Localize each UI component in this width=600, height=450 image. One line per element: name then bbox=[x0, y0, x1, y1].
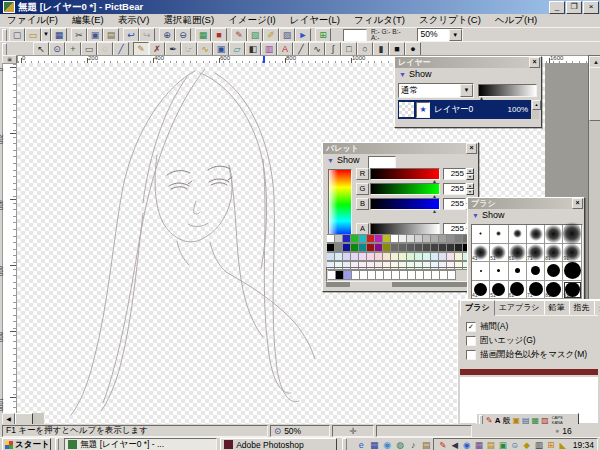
color-swatch[interactable] bbox=[383, 243, 391, 252]
gradient-tool[interactable]: ▥ bbox=[261, 42, 277, 56]
brush-cell-91[interactable]: 91 bbox=[563, 244, 581, 263]
chevron-down-icon[interactable]: ▼ bbox=[449, 29, 462, 41]
color-swatch[interactable] bbox=[359, 252, 367, 261]
layer-opacity-slider[interactable] bbox=[478, 84, 537, 97]
color-swatch[interactable] bbox=[415, 252, 423, 261]
zoom-tool[interactable]: ⊙ bbox=[49, 42, 65, 56]
brush-cell-71[interactable]: 71 bbox=[527, 244, 545, 263]
color-swatch[interactable] bbox=[447, 234, 455, 243]
color-swatch[interactable] bbox=[399, 243, 407, 252]
palette-scroll-thumb[interactable] bbox=[350, 282, 392, 287]
brush-cell[interactable] bbox=[490, 225, 508, 244]
line-tool[interactable]: ╱ bbox=[293, 42, 309, 56]
brush-tool[interactable]: ✎ bbox=[133, 42, 149, 56]
select-tool[interactable]: ↖ bbox=[33, 42, 49, 56]
horizontal-scroll-thumb[interactable] bbox=[15, 413, 33, 424]
spin-down-icon[interactable]: ▼ bbox=[466, 174, 474, 180]
move-tool[interactable]: + bbox=[65, 42, 81, 56]
zoom-out-button[interactable]: ⊖ bbox=[175, 28, 191, 42]
navigator-button[interactable]: ► bbox=[295, 28, 311, 42]
brush-palette-titlebar[interactable]: ブラシ × bbox=[468, 198, 584, 209]
menu-filter[interactable]: フィルタ(T) bbox=[347, 14, 412, 27]
ime-conversion-mode[interactable]: 般 bbox=[502, 415, 510, 424]
color-swatch[interactable] bbox=[327, 243, 335, 252]
color-swatch[interactable] bbox=[407, 243, 415, 252]
horizontal-scrollbar[interactable]: ◀ bbox=[2, 413, 44, 424]
brush-cell[interactable] bbox=[527, 262, 545, 281]
user-icon[interactable]: ☺ bbox=[509, 440, 521, 450]
network-icon[interactable]: ◉ bbox=[461, 440, 473, 450]
color-swatch[interactable] bbox=[383, 252, 391, 261]
custom-color-swatch[interactable] bbox=[336, 270, 344, 280]
maximize-button[interactable]: ❐ bbox=[566, 1, 582, 14]
chevron-down-icon[interactable]: ▼ bbox=[460, 84, 473, 97]
undo-button[interactable]: ↩ bbox=[123, 28, 139, 42]
color-swatch[interactable] bbox=[359, 234, 367, 243]
brush-cell-81[interactable]: 81 bbox=[545, 244, 563, 263]
brush-panel-button[interactable]: ▨ bbox=[279, 28, 295, 42]
ime-kana-label[interactable]: KANA bbox=[552, 421, 563, 425]
close-icon[interactable]: × bbox=[572, 198, 583, 209]
volume-icon[interactable]: ◀ bbox=[449, 440, 461, 450]
cut-button[interactable]: ✂ bbox=[71, 28, 87, 42]
custom-color-swatch[interactable] bbox=[384, 270, 392, 280]
ellipse-tool[interactable]: ○ bbox=[357, 42, 373, 56]
ime-pen-icon[interactable]: ✎ bbox=[486, 416, 493, 424]
tab-3[interactable]: 鉛筆 bbox=[544, 300, 570, 315]
brush-cell[interactable] bbox=[527, 225, 545, 244]
blend-mode-select[interactable]: 通常 ▼ bbox=[398, 83, 474, 98]
color-swatch[interactable] bbox=[351, 243, 359, 252]
menu-file[interactable]: ファイル(F) bbox=[0, 14, 65, 27]
custom-color-swatch[interactable] bbox=[368, 270, 376, 280]
layer-list-scrollbar[interactable]: ▲ bbox=[532, 100, 539, 119]
filled-ellipse-tool[interactable]: ● bbox=[405, 42, 421, 56]
media-player-icon[interactable]: ♪ bbox=[407, 440, 420, 450]
color-swatch[interactable] bbox=[343, 252, 351, 261]
menu-script[interactable]: スクリプト(C) bbox=[412, 14, 488, 27]
channel-value[interactable]: 255 bbox=[443, 168, 466, 180]
menu-image[interactable]: イメージ(I) bbox=[221, 14, 283, 27]
open-button[interactable]: ▭ bbox=[25, 28, 41, 42]
redo-button[interactable]: ↪ bbox=[139, 28, 155, 42]
color-swatch[interactable] bbox=[367, 243, 375, 252]
color-swatch[interactable] bbox=[431, 243, 439, 252]
custom-color-swatch[interactable] bbox=[376, 270, 384, 280]
dropper-tool[interactable]: ╱ bbox=[113, 42, 129, 56]
color-palette-titlebar[interactable]: パレット × bbox=[323, 143, 478, 154]
outlook-express-icon[interactable]: ◉ bbox=[381, 440, 394, 450]
color-swatch[interactable] bbox=[455, 234, 463, 243]
custom-color-swatch[interactable] bbox=[424, 270, 432, 280]
menu-help[interactable]: ヘルプ(H) bbox=[488, 14, 544, 27]
layer-panel-button[interactable]: ▧ bbox=[247, 28, 263, 42]
brush-cell[interactable] bbox=[509, 262, 527, 281]
color-swatch[interactable] bbox=[375, 234, 383, 243]
color-swatch[interactable] bbox=[415, 234, 423, 243]
color-swatch[interactable] bbox=[423, 252, 431, 261]
color-swatch[interactable] bbox=[407, 234, 415, 243]
brush-cell-51[interactable]: 51 bbox=[490, 281, 508, 300]
rect-select-tool[interactable]: ▭ bbox=[81, 42, 97, 56]
brush-show-toggle[interactable]: ▼ Show bbox=[468, 209, 584, 221]
chevron-down-icon[interactable]: ▼ bbox=[41, 28, 51, 42]
ime-toggle-icon[interactable]: ◣ bbox=[557, 440, 569, 450]
brush-cell-61[interactable]: 61 bbox=[509, 244, 527, 263]
custom-color-swatch[interactable] bbox=[408, 270, 416, 280]
checkbox-row[interactable]: 固いエッジ(G) bbox=[466, 336, 536, 346]
color-swatch[interactable] bbox=[447, 252, 455, 261]
close-button[interactable]: × bbox=[583, 1, 599, 14]
brush-cell[interactable] bbox=[563, 225, 581, 244]
antivirus-icon[interactable]: ▣ bbox=[497, 440, 509, 450]
ime-pad-icon[interactable]: ▤ bbox=[522, 416, 530, 424]
channel-value[interactable]: 255 bbox=[443, 183, 466, 195]
brush-cell[interactable] bbox=[490, 262, 508, 281]
start-button[interactable]: スタート bbox=[2, 438, 51, 450]
display-icon[interactable]: ▥ bbox=[533, 440, 545, 450]
ink-pen-tool[interactable]: ✗ bbox=[149, 42, 165, 56]
custom-color-swatch[interactable] bbox=[448, 270, 456, 280]
color-swatch[interactable] bbox=[455, 243, 463, 252]
tab-2[interactable]: エアブラシ bbox=[494, 300, 545, 315]
custom-color-swatch[interactable] bbox=[344, 270, 352, 280]
vertical-scroll-thumb[interactable] bbox=[589, 67, 600, 121]
color-swatch[interactable] bbox=[367, 234, 375, 243]
task-button-photoshop[interactable]: Adobe Photoshop bbox=[220, 438, 337, 450]
